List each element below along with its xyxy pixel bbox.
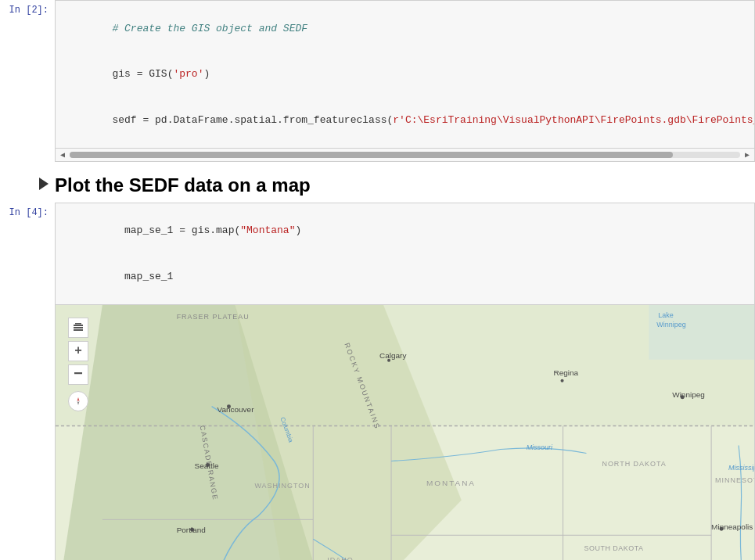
svg-rect-50 (74, 327, 83, 328)
svg-text:Seattle: Seattle (195, 461, 219, 470)
svg-marker-53 (77, 397, 80, 401)
code-text: gis = GIS('pro') (112, 68, 210, 80)
scroll-left-arrow[interactable]: ◀ (59, 150, 67, 160)
code-text: map_se_1 = gis.map("Montana") (124, 224, 301, 236)
svg-text:WASHINGTON: WASHINGTON (254, 482, 310, 490)
svg-text:Missouri: Missouri (527, 443, 553, 451)
zoom-out-button[interactable]: − (68, 364, 88, 385)
code-text: map_se_1 (124, 271, 173, 282)
layers-button[interactable] (68, 318, 88, 338)
code-4-line-1: map_se_1 = gis.map("Montana") (63, 208, 746, 254)
code-line-1: # Create the GIS object and SEDF (63, 5, 746, 52)
cell-4-label: In [4]: (0, 203, 55, 561)
svg-marker-54 (77, 401, 80, 405)
code-line-2: gis = GIS('pro') (63, 52, 746, 98)
svg-text:Mississippi: Mississippi (728, 464, 754, 472)
markdown-content: Plot the SEDF data on a map (55, 174, 755, 196)
notebook: In [2]: # Create the GIS object and SEDF… (0, 0, 755, 560)
collapse-triangle[interactable] (39, 178, 49, 190)
svg-text:SOUTH DAKOTA: SOUTH DAKOTA (584, 544, 643, 552)
svg-text:Lake: Lake (658, 311, 673, 318)
compass-button[interactable] (68, 391, 88, 411)
svg-point-19 (561, 379, 564, 382)
svg-rect-51 (74, 329, 83, 331)
code-text: sedf = pd.DataFrame.spatial.from_feature… (112, 114, 755, 126)
cell-2-content[interactable]: # Create the GIS object and SEDF gis = G… (55, 0, 755, 149)
map-widget[interactable]: ROCKY MOUNTAINS CASCADE RANGE FRASER PLA… (55, 305, 755, 561)
map-controls: + − (68, 318, 88, 411)
svg-text:NORTH DAKOTA: NORTH DAKOTA (602, 460, 666, 468)
scroll-right-arrow[interactable]: ▶ (743, 150, 751, 160)
svg-rect-49 (74, 325, 83, 326)
svg-text:Regina: Regina (554, 368, 579, 376)
scrollbar-track[interactable] (70, 152, 740, 158)
svg-text:FRASER PLATEAU: FRASER PLATEAU (177, 312, 250, 320)
comment-1: # Create the GIS object and SEDF (112, 23, 307, 34)
scrollbar-thumb[interactable] (70, 152, 673, 158)
svg-text:Portland: Portland (177, 526, 206, 534)
cell-4-code[interactable]: map_se_1 = gis.map("Montana") map_se_1 (55, 203, 755, 305)
code-line-3: sedf = pd.DataFrame.spatial.from_feature… (63, 97, 746, 143)
svg-text:Calgary: Calgary (379, 350, 406, 359)
svg-rect-52 (75, 323, 81, 325)
svg-text:Minneapolis: Minneapolis (711, 522, 753, 531)
scrollbar-area[interactable]: ◀ ▶ (55, 149, 755, 162)
cell-4: In [4]: map_se_1 = gis.map("Montana") ma… (0, 203, 755, 561)
svg-text:Winnipeg: Winnipeg (672, 389, 705, 398)
markdown-cell: Plot the SEDF data on a map (0, 174, 755, 196)
map-svg: ROCKY MOUNTAINS CASCADE RANGE FRASER PLA… (56, 305, 754, 561)
svg-text:Winnipeg: Winnipeg (656, 320, 685, 328)
svg-text:IDAHO: IDAHO (327, 556, 353, 560)
markdown-label (0, 174, 55, 196)
cell-4-content: map_se_1 = gis.map("Montana") map_se_1 (55, 203, 755, 561)
map-background: ROCKY MOUNTAINS CASCADE RANGE FRASER PLA… (56, 305, 754, 561)
svg-text:Vancouver: Vancouver (218, 404, 255, 413)
svg-text:MINNESOTA: MINNESOTA (715, 476, 754, 484)
cell-2: In [2]: # Create the GIS object and SEDF… (0, 0, 755, 149)
code-4-line-2: map_se_1 (63, 253, 746, 300)
zoom-in-button[interactable]: + (68, 341, 88, 361)
cell-2-label: In [2]: (0, 0, 55, 149)
section-heading: Plot the SEDF data on a map (55, 174, 755, 196)
svg-text:MONTANA: MONTANA (426, 479, 476, 487)
